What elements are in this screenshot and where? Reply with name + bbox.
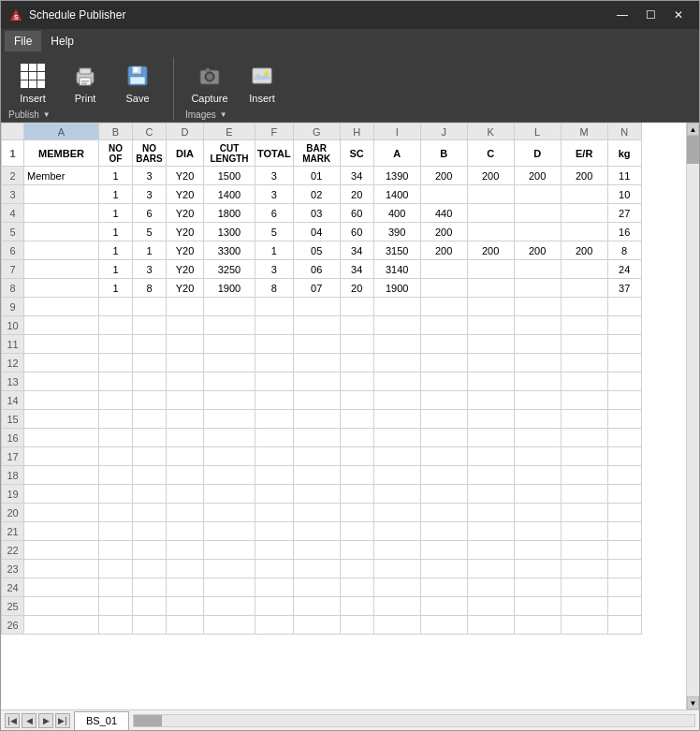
col-header-n[interactable]: N [607,124,641,140]
cell-f-24[interactable] [255,578,294,597]
cell-k-18[interactable] [467,466,514,485]
cell-j-10[interactable] [420,316,467,335]
cell-d-2[interactable]: Y20 [167,167,204,185]
cell-a-23[interactable] [24,560,99,578]
cell-j-23[interactable] [420,560,467,578]
hscroll-thumb[interactable] [134,715,162,726]
cell-i-26[interactable] [373,616,420,635]
cell-f-25[interactable] [255,597,294,616]
cell-h-10[interactable] [340,316,373,335]
cell-a-7[interactable] [24,260,99,279]
cell-k-17[interactable] [467,447,514,466]
cell-g-14[interactable] [293,391,340,410]
cell-d-23[interactable] [167,560,204,578]
cell-a-6[interactable] [24,241,99,260]
cell-f-3[interactable]: 3 [255,185,294,204]
cell-b-25[interactable] [99,597,133,616]
cell-f-11[interactable] [255,335,294,354]
cell-f-6[interactable]: 1 [255,241,294,260]
hscroll-track[interactable] [133,714,695,727]
cell-b-6[interactable]: 1 [99,241,133,260]
cell-a-26[interactable] [24,616,99,635]
cell-l-21[interactable] [514,522,561,541]
cell-a-24[interactable] [24,578,99,597]
cell-i-16[interactable] [373,429,420,447]
cell-a-8[interactable] [24,279,99,298]
menu-help[interactable]: Help [41,31,83,51]
cell-i-8[interactable]: 1900 [373,279,420,298]
cell-m-26[interactable] [561,616,607,635]
cell-l-6[interactable]: 200 [514,241,561,260]
cell-l-18[interactable] [514,466,561,485]
cell-n-25[interactable] [607,597,641,616]
cell-e-6[interactable]: 3300 [204,241,255,260]
cell-h-6[interactable]: 34 [340,241,373,260]
cell-n-14[interactable] [607,391,641,410]
cell-d-18[interactable] [167,466,204,485]
cell-i-12[interactable] [373,354,420,373]
cell-f-22[interactable] [255,541,294,560]
cell-l-9[interactable] [514,298,561,316]
cell-c-21[interactable] [133,522,167,541]
cell-i-14[interactable] [373,391,420,410]
cell-f-18[interactable] [255,466,294,485]
cell-l-25[interactable] [514,597,561,616]
cell-k-7[interactable] [467,260,514,279]
cell-i-15[interactable] [373,410,420,429]
cell-i-9[interactable] [373,298,420,316]
cell-i-25[interactable] [373,597,420,616]
cell-b-16[interactable] [99,429,133,447]
vscroll-up-button[interactable]: ▲ [687,123,699,136]
cell-g-17[interactable] [293,447,340,466]
cell-m-4[interactable] [561,204,607,223]
cell-f-20[interactable] [255,504,294,522]
cell-h-2[interactable]: 34 [340,167,373,185]
cell-f-8[interactable]: 8 [255,279,294,298]
cell-k-13[interactable] [467,373,514,391]
cell-h-7[interactable]: 34 [340,260,373,279]
cell-d-25[interactable] [167,597,204,616]
cell-l-15[interactable] [514,410,561,429]
col-header-b[interactable]: B [99,124,133,140]
cell-k-19[interactable] [467,485,514,504]
cell-j-16[interactable] [420,429,467,447]
cell-m-12[interactable] [561,354,607,373]
cell-c-4[interactable]: 6 [133,204,167,223]
cell-a-4[interactable] [24,204,99,223]
cell-e-3[interactable]: 1400 [204,185,255,204]
cell-g-11[interactable] [293,335,340,354]
cell-e-17[interactable] [204,447,255,466]
cell-c-19[interactable] [133,485,167,504]
cell-b-8[interactable]: 1 [99,279,133,298]
cell-i-2[interactable]: 1390 [373,167,420,185]
cell-k-20[interactable] [467,504,514,522]
cell-h-25[interactable] [340,597,373,616]
cell-m-14[interactable] [561,391,607,410]
cell-d-6[interactable]: Y20 [167,241,204,260]
cell-j-21[interactable] [420,522,467,541]
cell-j-9[interactable] [420,298,467,316]
cell-c-25[interactable] [133,597,167,616]
cell-m-13[interactable] [561,373,607,391]
cell-a-17[interactable] [24,447,99,466]
cell-n-26[interactable] [607,616,641,635]
cell-k-10[interactable] [467,316,514,335]
cell-e-21[interactable] [204,522,255,541]
cell-g-8[interactable]: 07 [293,279,340,298]
cell-e-22[interactable] [204,541,255,560]
cell-h-26[interactable] [340,616,373,635]
cell-l-3[interactable] [514,185,561,204]
cell-n-5[interactable]: 16 [607,223,641,241]
cell-j-11[interactable] [420,335,467,354]
cell-m-25[interactable] [561,597,607,616]
cell-f-9[interactable] [255,298,294,316]
cell-k-4[interactable] [467,204,514,223]
cell-d-15[interactable] [167,410,204,429]
cell-d-5[interactable]: Y20 [167,223,204,241]
ribbon-insert-button[interactable]: Insert [8,57,57,108]
cell-m-10[interactable] [561,316,607,335]
cell-b-22[interactable] [99,541,133,560]
cell-d-21[interactable] [167,522,204,541]
cell-n-19[interactable] [607,485,641,504]
cell-j-15[interactable] [420,410,467,429]
